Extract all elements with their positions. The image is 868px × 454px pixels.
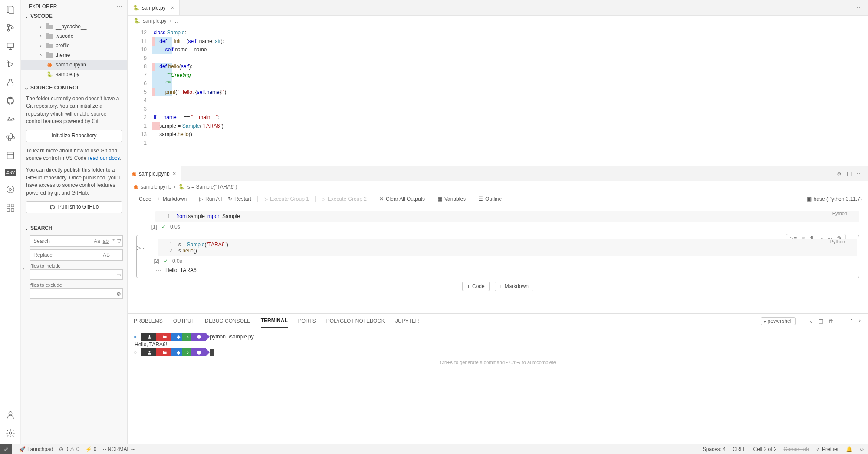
maximize-panel-icon[interactable]: ⌃ [849, 318, 854, 324]
notifications-icon[interactable]: 🔔 [846, 446, 852, 452]
github-icon[interactable] [5, 96, 16, 106]
terminal-dropdown-icon[interactable]: ⌄ [809, 318, 813, 324]
split-editor-icon[interactable]: ◫ [847, 171, 852, 177]
svg-point-21 [149, 335, 151, 337]
source-control-header[interactable]: ⌄ SOURCE CONTROL [21, 83, 127, 93]
ports-status[interactable]: ⚡ 0 [85, 446, 97, 452]
notebook-breadcrumb[interactable]: ◉ sample.ipynb› 🐍 s = Sample("TARA6") [128, 181, 868, 192]
panel-tab-jupyter[interactable]: JUPYTER [395, 315, 419, 328]
split-terminal-icon[interactable]: ◫ [819, 318, 823, 324]
container-icon[interactable] [5, 150, 16, 161]
tab-sample-ipynb[interactable]: ◉ sample.ipynb × [128, 166, 181, 181]
exec-group-2[interactable]: ▷ Execute Group 2 [322, 196, 367, 202]
vcs-icon[interactable] [5, 23, 16, 33]
search-expand-icon[interactable]: › [23, 265, 24, 272]
variables-button[interactable]: ▦ Variables [437, 196, 466, 202]
svg-marker-6 [8, 62, 13, 67]
terminal-hint: Ctrl+K to generate a command • Ctrl+/ to… [134, 357, 862, 368]
cell-indicator[interactable]: Cell 2 of 2 [753, 446, 777, 452]
eol-indicator[interactable]: CRLF [733, 446, 746, 452]
remote-icon[interactable] [5, 41, 16, 51]
gear-icon[interactable]: ⚙ [116, 291, 121, 297]
settings-icon[interactable] [5, 428, 16, 438]
match-case-icon[interactable]: Aa [94, 238, 100, 244]
terminal-output: Hello, TARA6! [134, 341, 862, 348]
live-share-icon[interactable] [5, 184, 16, 195]
run-all-button[interactable]: ▷ Run All [199, 196, 222, 202]
search-header[interactable]: ⌄ SEARCH [21, 223, 127, 233]
read-docs-link[interactable]: read our docs [88, 155, 120, 161]
toolbar-more[interactable]: ⋯ [508, 196, 513, 202]
exclude-input[interactable] [30, 288, 123, 299]
explorer-more-icon[interactable]: ⋯ [117, 3, 122, 10]
feedback-icon[interactable]: ☺ [859, 446, 865, 452]
problems-status[interactable]: ⊘ 0 ⚠ 0 [59, 446, 79, 452]
breadcrumb[interactable]: 🐍 sample.py › ... [128, 16, 868, 26]
python-env-icon[interactable] [5, 132, 16, 142]
launchpad-button[interactable]: 🚀 Launchpad [19, 446, 53, 452]
add-markdown-button[interactable]: + Markdown [158, 196, 187, 202]
kill-terminal-icon[interactable]: 🗑 [829, 318, 834, 324]
code-editor[interactable]: 121110987654321131 class Sample: def __i… [128, 26, 868, 166]
debug-icon[interactable] [5, 59, 16, 70]
cell-exec-count: [1] [144, 224, 157, 230]
panel-tab-problems[interactable]: PROBLEMS [134, 315, 163, 328]
book-icon[interactable]: ▭ [116, 272, 121, 278]
add-markdown-cell-button[interactable]: + Markdown [495, 282, 533, 291]
close-icon[interactable]: × [172, 171, 177, 177]
run-cell-button[interactable]: ▷ ⌄ [137, 245, 146, 251]
outline-button[interactable]: ☰ Outline [478, 196, 502, 202]
testing-icon[interactable] [5, 77, 16, 88]
tree-item-profile[interactable]: ›profile [21, 41, 127, 50]
tree-item-sample-py[interactable]: 🐍sample.py [21, 70, 127, 79]
prettier-indicator[interactable]: ✓ Prettier [816, 446, 839, 452]
tree-item-theme[interactable]: ›theme [21, 50, 127, 60]
tree-item-sample-ipynb[interactable]: ◉sample.ipynb [21, 60, 127, 70]
folder-root-header[interactable]: ⌄ VSCODE [21, 11, 127, 21]
add-code-button[interactable]: + Code [134, 196, 151, 202]
panel-more-icon[interactable]: ⋯ [839, 318, 844, 324]
tree-item-__pycache__[interactable]: ›__pycache__ [21, 22, 127, 31]
restart-button[interactable]: ↻ Restart [228, 196, 251, 202]
svg-rect-15 [7, 204, 9, 207]
filter-icon[interactable]: ▽ [117, 238, 121, 244]
regex-icon[interactable]: .* [111, 238, 115, 244]
editor-area: 🐍 sample.py × ⋯ 🐍 sample.py › ... 121110… [128, 0, 868, 444]
docker-icon[interactable] [5, 114, 16, 124]
clear-outputs-button[interactable]: ✕ Clear All Outputs [379, 196, 425, 202]
tab-sample-py[interactable]: 🐍 sample.py × [128, 0, 180, 15]
tree-item--vscode[interactable]: ›.vscode [21, 31, 127, 41]
cursor-tab[interactable]: Cursor Tab [784, 446, 809, 452]
terminal-shell-label[interactable]: ▸ powershell [761, 317, 796, 325]
initialize-repo-button[interactable]: Initialize Repository [26, 130, 122, 142]
terminal[interactable]: ● ◆ › python .\sample.py Hello, TARA6! ○ [128, 328, 868, 444]
kernel-selector[interactable]: ▣ base (Python 3.11.7) [807, 196, 862, 202]
more-icon[interactable]: ⋯ [857, 171, 862, 177]
svg-rect-17 [7, 209, 9, 211]
close-icon[interactable]: × [171, 5, 174, 11]
explorer-icon[interactable] [5, 4, 16, 15]
panel-tab-output[interactable]: OUTPUT [173, 315, 194, 328]
more-icon[interactable]: ⋯ [857, 5, 862, 11]
panel-tab-debug-console[interactable]: DEBUG CONSOLE [205, 315, 250, 328]
extensions-icon[interactable] [5, 202, 16, 213]
match-word-icon[interactable]: ab [103, 238, 108, 244]
exec-group-1[interactable]: ▷ Execute Group 1 [264, 196, 309, 202]
publish-github-button[interactable]: Publish to GitHub [26, 201, 122, 213]
preserve-case-icon[interactable]: AB [103, 252, 110, 258]
remote-indicator[interactable]: ⤢ [0, 444, 12, 454]
spaces-indicator[interactable]: Spaces: 4 [703, 446, 726, 452]
env-badge-icon[interactable]: .ENV [5, 169, 16, 176]
close-panel-icon[interactable]: × [859, 318, 862, 324]
notebook-cell-2[interactable]: ▷≡ ⊟ ⇅ ⊪ ⋯ 🗑 ▷ ⌄ Python 1s = Sample("TAR… [136, 235, 859, 278]
new-terminal-icon[interactable]: + [801, 318, 804, 324]
panel-tab-polyglot-notebook[interactable]: POLYGLOT NOTEBOOK [326, 315, 385, 328]
notebook-cell-1[interactable]: Python 1from sample import Sample [1] ✓ … [136, 211, 859, 230]
replace-more-icon[interactable]: ⋯ [116, 252, 121, 258]
gear-icon[interactable]: ⚙ [837, 171, 842, 177]
add-code-cell-button[interactable]: + Code [462, 282, 490, 291]
panel-tab-terminal[interactable]: TERMINAL [261, 314, 288, 328]
include-input[interactable] [30, 269, 123, 280]
panel-tab-ports[interactable]: PORTS [298, 315, 316, 328]
account-icon[interactable] [5, 410, 16, 420]
